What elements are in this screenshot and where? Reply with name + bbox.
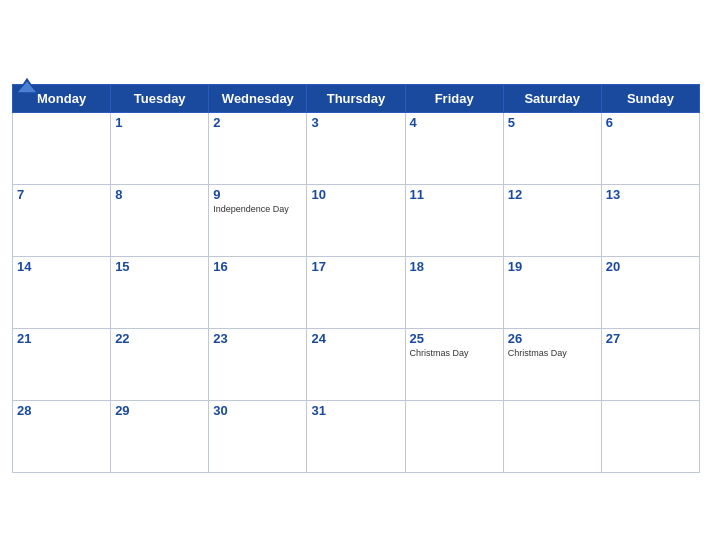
day-number: 22 (115, 331, 204, 346)
calendar-cell: 7 (13, 184, 111, 256)
calendar-cell: 11 (405, 184, 503, 256)
calendar-cell (601, 400, 699, 472)
calendar-cell: 26Christmas Day (503, 328, 601, 400)
day-number: 4 (410, 115, 499, 130)
weekday-header-wednesday: Wednesday (209, 84, 307, 112)
day-number: 10 (311, 187, 400, 202)
day-number: 24 (311, 331, 400, 346)
day-number: 17 (311, 259, 400, 274)
calendar-cell: 23 (209, 328, 307, 400)
day-number: 6 (606, 115, 695, 130)
week-row-5: 28293031 (13, 400, 700, 472)
day-number: 12 (508, 187, 597, 202)
day-number: 25 (410, 331, 499, 346)
calendar-cell: 21 (13, 328, 111, 400)
week-row-2: 789Independence Day10111213 (13, 184, 700, 256)
calendar-cell: 22 (111, 328, 209, 400)
calendar-table: MondayTuesdayWednesdayThursdayFridaySatu… (12, 84, 700, 473)
day-number: 16 (213, 259, 302, 274)
calendar-cell: 4 (405, 112, 503, 184)
calendar-cell: 14 (13, 256, 111, 328)
calendar-cell: 24 (307, 328, 405, 400)
calendar-cell: 30 (209, 400, 307, 472)
weekday-header-tuesday: Tuesday (111, 84, 209, 112)
day-number: 7 (17, 187, 106, 202)
week-row-1: 123456 (13, 112, 700, 184)
calendar-cell (503, 400, 601, 472)
day-number: 3 (311, 115, 400, 130)
calendar-body: 123456789Independence Day101112131415161… (13, 112, 700, 472)
calendar-cell (405, 400, 503, 472)
day-number: 11 (410, 187, 499, 202)
day-number: 29 (115, 403, 204, 418)
day-number: 28 (17, 403, 106, 418)
day-number: 18 (410, 259, 499, 274)
calendar-cell: 6 (601, 112, 699, 184)
day-number: 31 (311, 403, 400, 418)
calendar-cell: 20 (601, 256, 699, 328)
day-number: 8 (115, 187, 204, 202)
weekday-header-sunday: Sunday (601, 84, 699, 112)
day-number: 1 (115, 115, 204, 130)
calendar-cell: 9Independence Day (209, 184, 307, 256)
weekday-header-thursday: Thursday (307, 84, 405, 112)
day-number: 15 (115, 259, 204, 274)
calendar-cell: 17 (307, 256, 405, 328)
holiday-name: Christmas Day (508, 348, 597, 358)
calendar-cell: 5 (503, 112, 601, 184)
calendar-cell: 19 (503, 256, 601, 328)
day-number: 23 (213, 331, 302, 346)
day-number: 13 (606, 187, 695, 202)
calendar-cell: 15 (111, 256, 209, 328)
calendar-cell: 25Christmas Day (405, 328, 503, 400)
day-number: 27 (606, 331, 695, 346)
calendar-cell: 31 (307, 400, 405, 472)
weekday-header-friday: Friday (405, 84, 503, 112)
svg-marker-1 (18, 81, 36, 92)
calendar-cell: 1 (111, 112, 209, 184)
calendar-cell: 18 (405, 256, 503, 328)
day-number: 2 (213, 115, 302, 130)
calendar-cell: 12 (503, 184, 601, 256)
holiday-name: Independence Day (213, 204, 302, 214)
weekday-header-saturday: Saturday (503, 84, 601, 112)
day-number: 30 (213, 403, 302, 418)
calendar-cell: 2 (209, 112, 307, 184)
calendar-cell: 29 (111, 400, 209, 472)
calendar-cell: 27 (601, 328, 699, 400)
calendar-cell: 8 (111, 184, 209, 256)
day-number: 26 (508, 331, 597, 346)
day-number: 19 (508, 259, 597, 274)
calendar-cell: 28 (13, 400, 111, 472)
logo (12, 76, 46, 96)
calendar-cell: 13 (601, 184, 699, 256)
week-row-4: 2122232425Christmas Day26Christmas Day27 (13, 328, 700, 400)
day-number: 21 (17, 331, 106, 346)
calendar-cell: 10 (307, 184, 405, 256)
holiday-name: Christmas Day (410, 348, 499, 358)
logo-icon (12, 76, 42, 96)
day-number: 9 (213, 187, 302, 202)
calendar-container: MondayTuesdayWednesdayThursdayFridaySatu… (0, 66, 712, 485)
week-row-3: 14151617181920 (13, 256, 700, 328)
calendar-cell (13, 112, 111, 184)
weekday-header-row: MondayTuesdayWednesdayThursdayFridaySatu… (13, 84, 700, 112)
day-number: 14 (17, 259, 106, 274)
calendar-thead: MondayTuesdayWednesdayThursdayFridaySatu… (13, 84, 700, 112)
day-number: 5 (508, 115, 597, 130)
calendar-cell: 16 (209, 256, 307, 328)
calendar-cell: 3 (307, 112, 405, 184)
day-number: 20 (606, 259, 695, 274)
